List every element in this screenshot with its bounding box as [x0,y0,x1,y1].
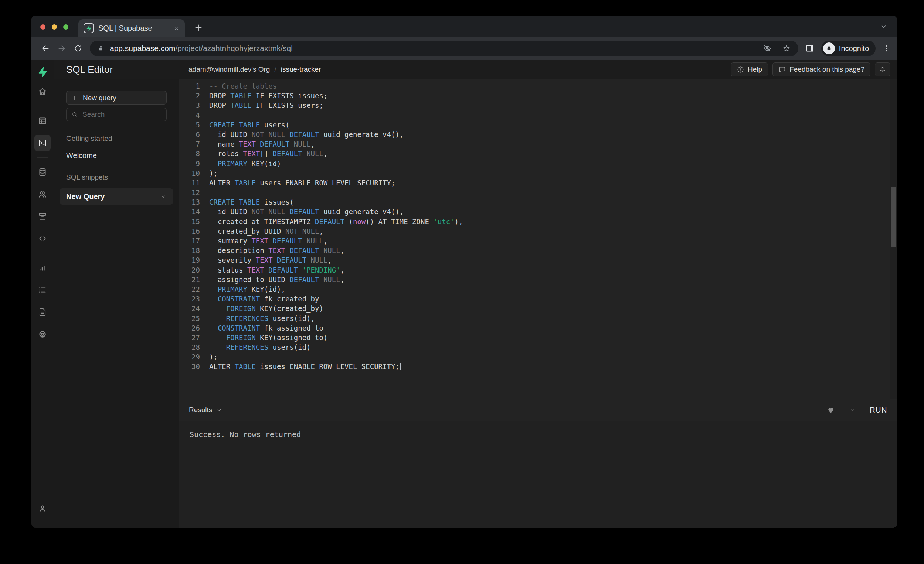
code-line[interactable]: 15 created_at TIMESTAMPTZ DEFAULT (now()… [179,217,897,226]
code-line[interactable]: 8 roles TEXT[] DEFAULT NULL, [179,149,897,159]
settings-icon [38,329,47,339]
new-tab-button[interactable] [194,23,203,33]
code-line[interactable]: 4 [179,111,897,120]
forward-button[interactable] [54,40,70,57]
rail-home-icon[interactable] [34,84,51,100]
code-line[interactable]: 18 description TEXT DEFAULT NULL, [179,245,897,255]
code-line[interactable]: 28 REFERENCES users(id) [179,343,897,352]
plus-icon [71,94,78,101]
scrollbar-thumb[interactable] [891,187,896,247]
line-number: 22 [179,284,200,294]
speech-bubble-icon [778,66,786,73]
docs-icon [38,307,47,317]
results-dropdown[interactable]: Results [189,406,222,414]
results-message: Success. No rows returned [190,430,301,439]
code-line[interactable]: 24 FOREIGN KEY(created_by) [179,304,897,313]
rail-auth-icon[interactable] [34,186,51,202]
code-line[interactable]: 12 [179,188,897,197]
bookmark-star-icon[interactable] [782,44,791,53]
tab-title: SQL | Supabase [98,24,169,33]
url-text[interactable]: app.supabase.com/project/azahtnhqohyjerz… [110,44,293,53]
line-number: 28 [179,343,200,352]
snippets-sidebar: New query Getting started Welcome SQL sn… [54,79,179,528]
rail-docs-icon[interactable] [34,304,51,320]
code-editor[interactable]: 1-- Create tables2DROP TABLE IF EXISTS i… [179,79,897,399]
code-line[interactable]: 19 severity TEXT DEFAULT NULL, [179,255,897,265]
new-query-button[interactable]: New query [66,91,167,105]
page-title: SQL Editor [54,60,179,79]
code-line[interactable]: 1-- Create tables [179,81,897,91]
side-panel-icon[interactable] [805,43,814,53]
rail-reports-icon[interactable] [34,260,51,276]
search-input[interactable] [82,111,162,118]
line-number: 18 [179,245,200,255]
code-line[interactable]: 22 PRIMARY KEY(id), [179,284,897,294]
code-line[interactable]: 21 assigned_to UUID DEFAULT NULL, [179,275,897,284]
notifications-button[interactable] [875,63,890,76]
rail-account-icon[interactable] [34,500,51,517]
search-box[interactable] [66,108,167,121]
code-line[interactable]: 16 created_by UUID NOT NULL, [179,226,897,236]
code-line[interactable]: 30ALTER TABLE issues ENABLE ROW LEVEL SE… [179,362,897,371]
editor-scrollbar[interactable] [890,79,897,399]
code-line[interactable]: 7 name TEXT DEFAULT NULL, [179,139,897,149]
refresh-button[interactable] [70,40,86,57]
account-icon [38,504,47,513]
rail-database-icon[interactable] [34,164,51,180]
code-line[interactable]: 27 FOREIGN KEY(assigned_to) [179,333,897,343]
run-button[interactable]: RUN [870,406,887,414]
eye-off-icon[interactable] [763,44,772,53]
code-line[interactable]: 23 CONSTRAINT fk_created_by [179,294,897,304]
back-button[interactable] [38,40,54,57]
browser-menu-button[interactable] [882,44,891,53]
minimize-window-button[interactable] [52,24,57,30]
rail-logs-icon[interactable] [34,282,51,298]
sidebar-item-new-query[interactable]: New Query [60,188,173,205]
favorite-heart-icon[interactable] [826,405,835,414]
code-line[interactable]: 14 id UUID NOT NULL DEFAULT uuid_generat… [179,207,897,217]
code-line[interactable]: 17 summary TEXT DEFAULT NULL, [179,236,897,245]
chevron-down-icon[interactable] [160,193,167,200]
code-line[interactable]: 6 id UUID NOT NULL DEFAULT uuid_generate… [179,130,897,139]
sidebar-item-welcome[interactable]: Welcome [66,151,179,160]
rail-divider [37,253,48,253]
close-window-button[interactable] [40,24,45,30]
code-line[interactable]: 26 CONSTRAINT fk_assigned_to [179,323,897,333]
code-line[interactable]: 11ALTER TABLE users ENABLE ROW LEVEL SEC… [179,178,897,188]
code-line[interactable]: 13CREATE TABLE issues( [179,197,897,207]
line-number: 20 [179,265,200,275]
tab-close-icon[interactable] [173,25,180,31]
code-line[interactable]: 10); [179,168,897,178]
line-number: 15 [179,217,200,226]
window-controls [40,24,68,30]
browser-toolbar: app.supabase.com/project/azahtnhqohyjerz… [32,37,897,60]
code-line[interactable]: 25 REFERENCES users(id), [179,314,897,323]
breadcrumb-org[interactable]: adam@windmill.dev's Org [189,65,270,73]
rail-divider [37,106,48,106]
code-line[interactable]: 3DROP TABLE IF EXISTS users; [179,100,897,110]
rail-api-icon[interactable] [34,230,51,247]
rail-settings-icon[interactable] [34,326,51,343]
run-options-chevron-icon[interactable] [849,407,856,413]
bell-icon [879,65,886,73]
breadcrumb-project[interactable]: issue-tracker [281,65,321,73]
rail-table-editor-icon[interactable] [34,113,51,129]
code-line[interactable]: 2DROP TABLE IF EXISTS issues; [179,91,897,100]
code-line[interactable]: 20 status TEXT DEFAULT 'PENDING', [179,265,897,275]
rail-storage-icon[interactable] [34,208,51,224]
help-button[interactable]: Help [731,63,768,76]
feedback-button[interactable]: Feedback on this page? [772,63,870,76]
address-bar[interactable]: app.supabase.com/project/azahtnhqohyjerz… [90,40,798,56]
code-line[interactable]: 5CREATE TABLE users( [179,120,897,130]
code-line[interactable]: 29); [179,352,897,362]
zoom-window-button[interactable] [63,24,68,30]
browser-tab[interactable]: SQL | Supabase [78,19,185,37]
line-number: 30 [179,362,200,371]
line-number: 7 [179,139,200,149]
supabase-bolt-icon [86,25,92,31]
code-line[interactable]: 9 PRIMARY KEY(id) [179,159,897,168]
rail-sql-editor-icon[interactable] [34,135,51,151]
tab-list-chevron-icon[interactable] [880,23,887,30]
line-number: 8 [179,149,200,159]
supabase-logo[interactable] [37,66,48,78]
